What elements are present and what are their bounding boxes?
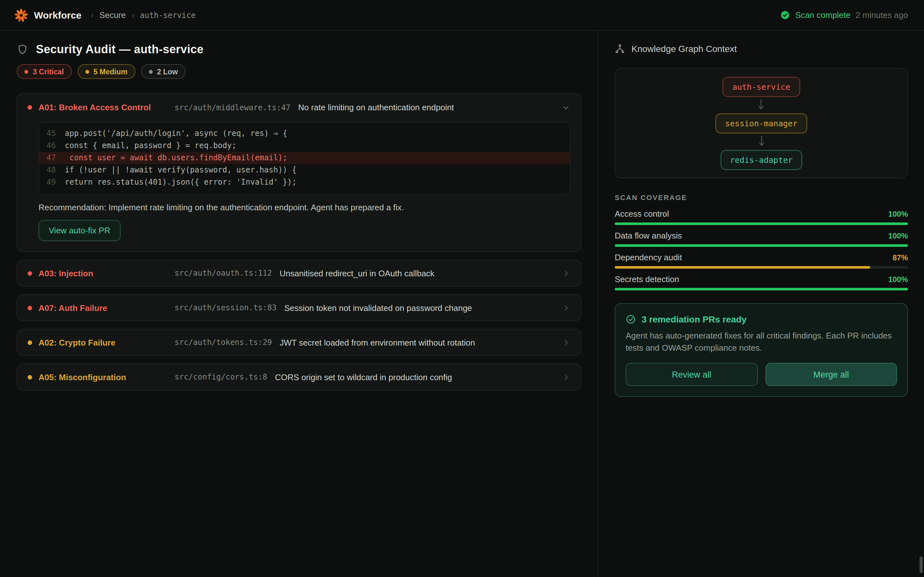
knowledge-graph-header: Knowledge Graph Context [615,42,908,55]
finding-file: src/config/cors.ts:8 [174,372,267,382]
shield-icon [17,44,28,55]
coverage-row: Data flow analysis 100% [615,231,908,247]
workforce-logo-icon [14,8,28,22]
coverage-value: 100% [888,275,908,284]
line-number: 47 [43,152,65,164]
finding-row[interactable]: A05: Misconfiguration src/config/cors.ts… [17,364,582,390]
line-number: 45 [43,127,65,140]
severity-dot [27,306,32,310]
finding-summary: JWT secret loaded from environment witho… [279,338,475,347]
finding-file: src/auth/oauth.ts:112 [174,269,272,277]
finding-row[interactable]: A02: Crypto Failure src/auth/tokens.ts:2… [17,329,582,356]
app-root: Workforce › Secure › auth-service Scan c… [0,0,924,577]
chevron-right-icon[interactable] [556,373,570,381]
code-line: 46 const { email, password } = req.body; [39,140,570,152]
coverage-row: Dependency audit 87% [615,253,908,269]
scrollbar-thumb[interactable] [919,556,923,573]
topbar: Workforce › Secure › auth-service Scan c… [0,0,924,31]
coverage-row-header: Access control 100% [615,209,908,219]
finding-list: A03: Injection src/auth/oauth.ts:112 Uns… [17,259,582,390]
graph-item: session-manager [716,97,807,133]
finding-file: src/auth/middleware.ts:47 [174,103,290,112]
coverage-row: Access control 100% [615,209,908,225]
code-text: app.post('/api/auth/login', async (req, … [65,127,288,140]
coverage-row-header: Secrets detection 100% [615,274,908,285]
breadcrumb-auth-service[interactable]: auth-service [140,11,195,19]
severity-badge[interactable]: 2 Low [141,64,186,79]
remediation-card: 3 remediation PRs ready Agent has auto-g… [615,303,908,397]
line-number: 46 [43,140,65,152]
code-line: 48 if (!user || !await verify(password, … [39,164,570,176]
badge-dot [24,69,28,73]
remediation-actions: Review all Merge all [626,363,897,386]
finding-row[interactable]: A07: Auth Failure src/auth/session.ts:83… [17,294,582,321]
graph-item: auth-service [723,77,800,97]
line-number: 48 [43,164,65,176]
coverage-label: Data flow analysis [615,231,682,240]
scan-status: Scan complete 2 minutes ago [780,10,908,20]
code-text: const user = await db.users.findByEmail(… [65,152,288,164]
chevron-right-icon[interactable] [556,303,570,312]
content: Security Audit — auth-service 3 Critical… [0,31,924,577]
severity-badge[interactable]: 3 Critical [17,64,71,79]
breadcrumb-secure[interactable]: Secure [99,10,126,20]
coverage-bar [615,222,908,225]
scan-coverage-title: SCAN COVERAGE [615,193,908,201]
coverage-value: 100% [888,231,908,240]
remediation-body: Agent has auto-generated fixes for all c… [626,330,897,354]
graph-node[interactable]: session-manager [716,113,807,133]
code-line: 47 const user = await db.users.findByEma… [39,152,570,164]
check-circle-icon [780,10,790,20]
severity-dot [27,105,32,110]
code-line: 49 return res.status(401).json({ error: … [39,176,570,189]
chevron-right-icon[interactable] [556,269,570,277]
coverage-row-header: Data flow analysis 100% [615,231,908,241]
finding-title: A07: Auth Failure [39,303,174,313]
chevron-right-icon[interactable] [556,338,570,347]
code-text: if (!user || !await verify(password, use… [65,164,296,176]
finding-summary: Unsanitised redirect_uri in OAuth callba… [279,268,435,278]
brand-name: Workforce [34,10,81,21]
severity-dot [27,340,32,345]
brand[interactable]: Workforce [14,8,81,22]
finding-file: src/auth/session.ts:83 [174,303,276,312]
graph-node[interactable]: redis-adapter [720,150,803,169]
graph-item: redis-adapter [720,133,803,169]
merge-all-button[interactable]: Merge all [765,363,897,386]
finding-row[interactable]: A03: Injection src/auth/oauth.ts:112 Uns… [17,259,582,287]
review-all-button[interactable]: Review all [626,363,758,386]
context-sidebar: Knowledge Graph Context auth-service [598,31,924,577]
severity-dot [27,375,32,379]
code-line: 45 app.post('/api/auth/login', async (re… [39,127,570,140]
page-head: Security Audit — auth-service [17,42,582,56]
arrow-down-icon [758,133,764,150]
line-number: 49 [43,176,65,189]
breadcrumb-separator: › [132,11,134,19]
badge-dot [85,69,89,73]
finding-file: src/auth/tokens.ts:29 [174,338,272,347]
page-title: Security Audit — auth-service [36,43,204,56]
remediation-title: 3 remediation PRs ready [642,314,746,324]
coverage-bar-fill [615,222,908,225]
badge-label: 3 Critical [33,68,64,75]
finding-title: A01: Broken Access Control [39,103,174,112]
arrow-down-icon [758,97,764,113]
badge-label: 5 Medium [94,68,128,75]
audit-main: Security Audit — auth-service 3 Critical… [0,31,598,577]
finding-title: A03: Injection [39,268,174,278]
finding-summary: No rate limiting on authentication endpo… [298,103,454,112]
coverage-bar-fill [615,266,870,269]
graph-node[interactable]: auth-service [723,77,800,97]
coverage-bar [615,266,908,269]
severity-badge[interactable]: 5 Medium [78,64,135,79]
recommendation-text: Recommendation: Implement rate limiting … [39,203,570,212]
badge-dot [149,69,152,73]
coverage-bar-fill [615,288,908,290]
chevron-down-icon[interactable] [555,103,570,112]
finding-header[interactable]: A01: Broken Access Control src/auth/midd… [17,93,581,121]
coverage-value: 100% [888,210,908,219]
code-snippet: 45 app.post('/api/auth/login', async (re… [39,122,570,195]
view-autofix-pr-button[interactable]: View auto-fix PR [39,220,121,241]
badge-label: 2 Low [157,68,178,75]
coverage-value: 87% [893,253,908,262]
